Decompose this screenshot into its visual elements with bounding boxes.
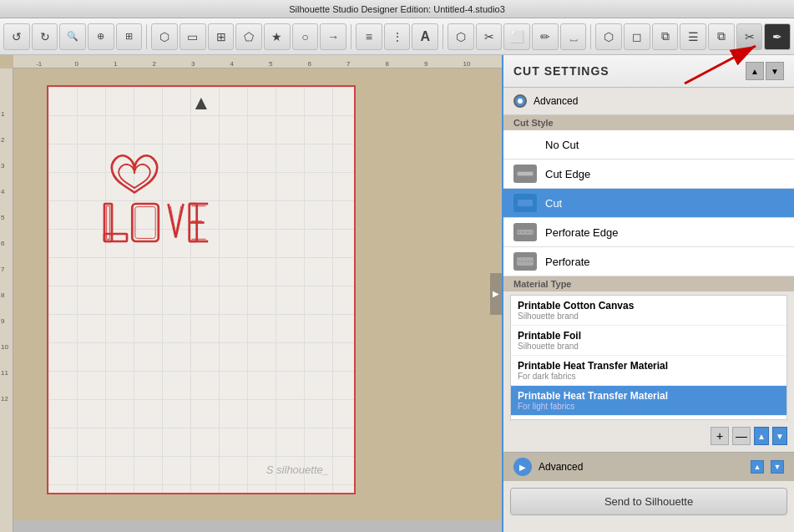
cut-settings-title: CUT SETTINGS [513, 64, 609, 78]
rect-button[interactable]: ▭ [180, 23, 206, 50]
material-list[interactable]: Printable Cotton Canvas Silhouette brand… [510, 295, 787, 420]
eraser-button[interactable]: ⬜ [503, 23, 530, 50]
material-controls: + — ▲ ▼ [503, 423, 794, 448]
panel-scroll-up-button[interactable]: ▲ [746, 62, 764, 80]
cut-option[interactable]: Cut [503, 189, 794, 218]
title-text: Silhouette Studio Designer Edition: Unti… [289, 4, 505, 14]
pointer-button[interactable]: ⬡ [151, 23, 178, 50]
material-type-label: Material Type [503, 276, 794, 291]
separator-2 [351, 24, 351, 49]
svg-rect-13 [518, 172, 533, 175]
fill-button[interactable]: ⬡ [595, 23, 622, 50]
arrow-button[interactable]: → [320, 23, 346, 50]
cut-edge-icon [513, 165, 537, 183]
perforate-label: Perforate [545, 256, 589, 268]
cut-icon [513, 194, 537, 212]
advanced-scroll-down[interactable]: ▼ [771, 460, 784, 474]
replicate-button[interactable]: ⧉ [708, 23, 735, 50]
layers-button[interactable]: ⧉ [652, 23, 679, 50]
perforate-edge-icon [513, 223, 537, 241]
undo-button[interactable]: ↺ [3, 23, 30, 50]
cut-edge-option[interactable]: Cut Edge [503, 160, 794, 189]
cut-edge-label: Cut Edge [545, 168, 590, 180]
cut-style-label: Cut Style [503, 115, 794, 130]
cut-settings-header: CUT SETTINGS ▲ ▼ [503, 55, 794, 88]
separator-4 [590, 24, 591, 49]
separator-3 [443, 24, 443, 49]
ruler-left: 1 2 3 4 5 6 7 8 9 10 11 12 [0, 68, 13, 532]
star-button[interactable]: ★ [264, 23, 291, 50]
advanced-scroll-up[interactable]: ▲ [751, 460, 764, 474]
add-material-button[interactable]: + [711, 427, 729, 445]
advanced-play-button[interactable]: ▶ [513, 458, 532, 476]
border-button[interactable]: ◻ [624, 23, 650, 50]
silhouette-logo: S silhouette_ [266, 464, 329, 476]
zoom-in-button[interactable]: 🔍 [59, 23, 86, 50]
material-sub: Silhouette brand [518, 342, 780, 351]
advanced-bottom-section[interactable]: ▶ Advanced ▲ ▼ [503, 452, 794, 481]
material-item-heat-transfer-light[interactable]: Printable Heat Transfer Material For lig… [511, 386, 786, 416]
pentagon-button[interactable]: ⬠ [235, 23, 262, 50]
svg-rect-4 [135, 207, 155, 239]
advanced-radio[interactable] [513, 94, 527, 108]
grid-button[interactable]: ⊞ [208, 23, 235, 50]
material-sub: For light fabrics [518, 402, 780, 411]
pen-button[interactable]: ✏ [532, 23, 559, 50]
text-button[interactable]: A [412, 23, 438, 50]
lines-button[interactable]: ≡ [356, 23, 382, 50]
love-design [94, 129, 220, 279]
remove-material-button[interactable]: — [732, 427, 751, 445]
panel-toggle[interactable]: ▶ [490, 273, 502, 315]
material-name: Printable Heat Transfer Material [518, 390, 780, 402]
svg-rect-3 [132, 204, 159, 241]
svg-rect-15 [518, 200, 533, 206]
material-sub: For dark fabrics [518, 372, 780, 381]
weld-button[interactable]: ⬡ [448, 23, 474, 50]
cut-settings-panel: CUT SETTINGS ▲ ▼ Advanced Cut Style No C… [502, 55, 794, 532]
trace-button[interactable]: ⎵ [560, 23, 587, 50]
cut-label: Cut [545, 197, 562, 210]
material-item-printable-foil[interactable]: Printable Foil Silhouette brand [511, 326, 786, 356]
canvas-content: ▲ [13, 68, 502, 519]
zoom-level-button[interactable]: ⊞ [116, 23, 143, 50]
perforate-icon [513, 252, 537, 271]
canvas-area[interactable]: -1 0 1 2 3 4 5 6 7 8 9 10 1 2 3 4 5 [0, 55, 502, 532]
active-tool[interactable]: ✒ [764, 23, 791, 50]
material-sub: Silhouette brand [518, 312, 780, 321]
circle-button[interactable]: ○ [292, 23, 319, 50]
material-name: Printable Foil [518, 330, 780, 342]
send-to-silhouette-button[interactable]: Send to Silhouette [510, 488, 787, 515]
redo-button[interactable]: ↻ [32, 23, 58, 50]
radio-inner [518, 99, 523, 104]
material-item-heat-transfer-dark[interactable]: Printable Heat Transfer Material For dar… [511, 356, 786, 386]
main-layout: -1 0 1 2 3 4 5 6 7 8 9 10 1 2 3 4 5 [0, 55, 794, 532]
material-name: Printable Cotton Canvas [518, 300, 780, 312]
svg-rect-1 [104, 234, 127, 241]
cut-style-section: Cut Style No Cut Cut Edge [503, 115, 794, 276]
material-item-printable-cotton[interactable]: Printable Cotton Canvas Silhouette brand [511, 296, 786, 326]
material-scroll-up-button[interactable]: ▲ [754, 427, 769, 445]
no-cut-label: No Cut [545, 139, 579, 151]
knife-button[interactable]: ✂ [476, 23, 503, 50]
perforate-option[interactable]: Perforate [503, 247, 794, 276]
toolbar: ↺ ↻ 🔍 ⊕ ⊞ ⬡ ▭ ⊞ ⬠ ★ ○ → ≡ ⋮ A ⬡ ✂ ⬜ ✏ ⎵ … [0, 18, 794, 55]
advanced-row[interactable]: Advanced [503, 88, 794, 115]
bottom-scrollbar[interactable] [13, 520, 502, 532]
perforate-edge-option[interactable]: Perforate Edge [503, 218, 794, 247]
panel-scroll-down-button[interactable]: ▼ [766, 62, 784, 80]
separator-1 [146, 24, 147, 49]
zoom-fit-button[interactable]: ⊕ [88, 23, 114, 50]
no-cut-option[interactable]: No Cut [503, 130, 794, 160]
library-button[interactable]: ☰ [680, 23, 706, 50]
cutting-mat: ▲ [47, 85, 356, 494]
advanced-bottom-label: Advanced [539, 461, 583, 473]
header-arrows: ▲ ▼ [746, 62, 784, 80]
perforate-edge-label: Perforate Edge [545, 226, 618, 239]
advanced-label: Advanced [534, 95, 578, 107]
title-bar: Silhouette Studio Designer Edition: Unti… [0, 0, 794, 18]
cut-settings-button[interactable]: ✂ [736, 23, 763, 50]
lines2-button[interactable]: ⋮ [384, 23, 411, 50]
material-item-magnet-sheet[interactable]: Printable Magnet Sheet Silhouette brand [511, 416, 786, 420]
material-scroll-down-button[interactable]: ▼ [772, 427, 787, 445]
mat-up-arrow: ▲ [191, 91, 211, 114]
